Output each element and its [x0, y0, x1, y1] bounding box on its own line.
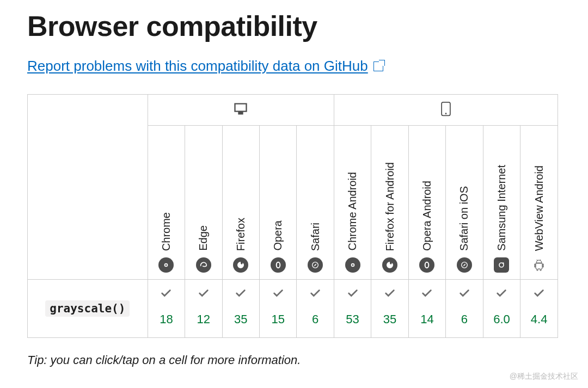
support-cell-webview[interactable]: 4.4	[520, 280, 558, 338]
svg-point-11	[503, 262, 504, 264]
check-icon	[185, 287, 222, 301]
support-cell-chrome[interactable]: 18	[148, 280, 185, 338]
col-safari-ios: Safari on iOS	[446, 126, 483, 280]
report-link-text: Report problems with this compatibility …	[27, 58, 368, 75]
svg-point-4	[276, 262, 280, 268]
support-cell-chrome-android[interactable]: 53	[334, 280, 371, 338]
corner-cell	[28, 95, 148, 280]
browser-label: Chrome	[160, 212, 173, 251]
check-icon	[260, 287, 296, 301]
col-chrome-android: Chrome Android	[334, 126, 371, 280]
check-icon	[483, 287, 520, 301]
svg-point-3	[166, 264, 167, 266]
support-cell-safari-ios[interactable]: 6	[446, 280, 483, 338]
version-label: 35	[371, 312, 408, 327]
col-opera: Opera	[260, 126, 297, 280]
support-cell-opera[interactable]: 15	[260, 280, 297, 338]
col-chrome: Chrome	[148, 126, 185, 280]
browser-label: Samsung Internet	[495, 165, 508, 251]
version-label: 6.0	[483, 312, 520, 327]
platform-mobile	[334, 95, 558, 126]
opera-icon	[271, 257, 286, 273]
svg-point-7	[352, 264, 353, 266]
version-label: 6	[446, 312, 482, 327]
version-label: 53	[334, 312, 371, 327]
feature-name-cell: grayscale()	[28, 280, 148, 338]
browser-label: Firefox for Android	[384, 162, 396, 251]
col-opera-android: Opera Android	[408, 126, 445, 280]
compat-table: Chrome Edge Firefox Opera	[27, 94, 558, 338]
support-cell-firefox-android[interactable]: 35	[371, 280, 408, 338]
firefox-icon	[233, 257, 248, 273]
check-icon	[520, 287, 558, 301]
check-icon	[409, 287, 445, 301]
version-label: 4.4	[520, 312, 558, 327]
version-label: 6	[297, 312, 333, 327]
check-icon	[223, 287, 259, 301]
version-label: 18	[148, 312, 185, 327]
support-cell-safari[interactable]: 6	[297, 280, 334, 338]
report-link[interactable]: Report problems with this compatibility …	[27, 58, 383, 75]
check-icon	[148, 287, 185, 301]
browser-label: Edge	[197, 225, 210, 251]
col-edge: Edge	[185, 126, 222, 280]
feature-code: grayscale()	[45, 300, 130, 317]
table-row: grayscale() 18 12 35 15 6	[28, 280, 558, 338]
col-firefox-android: Firefox for Android	[371, 126, 408, 280]
android-icon	[531, 257, 547, 273]
support-cell-firefox[interactable]: 35	[222, 280, 259, 338]
version-label: 12	[185, 312, 222, 327]
page-title: Browser compatibility	[27, 10, 561, 42]
platform-desktop	[148, 95, 334, 126]
tip-text: Tip: you can click/tap on a cell for mor…	[27, 353, 561, 367]
col-samsung: Samsung Internet	[483, 126, 520, 280]
version-label: 15	[260, 312, 296, 327]
browser-label: Safari on iOS	[458, 186, 470, 251]
col-webview: WebView Android	[520, 126, 558, 280]
safari-icon	[457, 257, 472, 273]
chrome-icon	[345, 257, 360, 273]
check-icon	[334, 287, 371, 301]
chrome-icon	[158, 257, 174, 273]
browser-label: Opera Android	[421, 181, 433, 251]
mobile-icon	[440, 109, 452, 118]
version-label: 14	[409, 312, 445, 327]
version-label: 35	[223, 312, 259, 327]
firefox-icon	[382, 257, 397, 273]
check-icon	[297, 287, 333, 301]
watermark: @稀土掘金技术社区	[510, 372, 578, 381]
col-firefox: Firefox	[222, 126, 259, 280]
desktop-icon	[233, 109, 248, 118]
support-cell-edge[interactable]: 12	[185, 280, 222, 338]
support-cell-samsung[interactable]: 6.0	[483, 280, 520, 338]
opera-icon	[419, 257, 434, 273]
samsung-icon	[494, 257, 509, 273]
check-icon	[371, 287, 408, 301]
svg-point-8	[425, 262, 429, 268]
col-safari: Safari	[297, 126, 334, 280]
safari-icon	[308, 257, 323, 273]
browser-label: Opera	[272, 220, 284, 251]
check-icon	[446, 287, 482, 301]
edge-icon	[196, 257, 211, 273]
svg-point-1	[445, 113, 447, 114]
external-link-icon	[373, 61, 383, 71]
support-cell-opera-android[interactable]: 14	[408, 280, 445, 338]
browser-label: Firefox	[235, 218, 247, 251]
browser-label: Safari	[309, 223, 322, 251]
browser-label: WebView Android	[533, 165, 546, 251]
browser-label: Chrome Android	[346, 172, 359, 251]
